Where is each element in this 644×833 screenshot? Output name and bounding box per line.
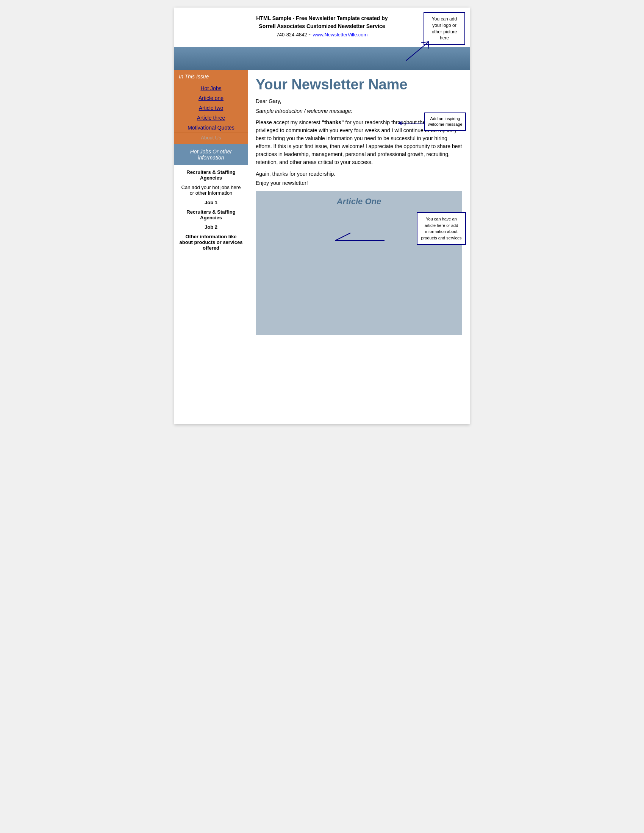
- sidebar-other-info: Other information like about products or…: [179, 234, 243, 251]
- main-layout: In This Issue Hot Jobs Article one Artic…: [174, 70, 470, 411]
- logo-arrow: [399, 40, 433, 66]
- welcome-box-text: Add an inspiring welcome message: [428, 116, 462, 127]
- sidebar-article-one-label: Article one: [198, 95, 224, 101]
- sidebar-recruiters2: Recruiters & Staffing Agencies: [179, 209, 243, 220]
- dear-greeting: Dear Gary,: [256, 98, 462, 104]
- sidebar-section-header-text: In This Issue: [179, 74, 209, 80]
- sidebar-job2-text: Job 2: [204, 224, 217, 230]
- sidebar-content: Recruiters & Staffing Agencies Can add y…: [174, 165, 248, 259]
- sidebar-motivational-label: Motivational Quotes: [188, 125, 235, 131]
- welcome-arrow: [396, 117, 426, 129]
- article-arrow: [332, 229, 407, 252]
- article-info-box-text: You can have an article here or add info…: [421, 217, 462, 240]
- newsletter-page: HTML Sample - Free Newsletter Template c…: [174, 8, 470, 424]
- newsletter-name: Your Newsletter Name: [256, 77, 462, 93]
- dear-text: Dear Gary,: [256, 98, 281, 104]
- header-phone-text: 740-824-4842 ~: [277, 32, 313, 37]
- sidebar-about-label: About Us: [201, 135, 221, 140]
- sidebar-hot-jobs-text: Hot Jobs Or other information: [179, 148, 243, 161]
- sidebar-article-two-label: Article two: [199, 105, 224, 111]
- sidebar-item-article-two[interactable]: Article two: [174, 103, 248, 113]
- sidebar-hot-jobs-desc-text: Can add your hot jobs here or other info…: [182, 185, 241, 196]
- logo-box-text: You can add your logo or other picture h…: [432, 16, 457, 40]
- article-info-box: You can have an article here or add info…: [417, 212, 466, 245]
- thanks-again: Again, thanks for your readership.: [256, 171, 462, 177]
- sidebar: In This Issue Hot Jobs Article one Artic…: [174, 70, 248, 411]
- sidebar-hot-jobs-label: Hot Jobs: [200, 85, 221, 91]
- svg-marker-4: [398, 121, 402, 125]
- sidebar-recruiters2-text: Recruiters & Staffing Agencies: [187, 209, 235, 220]
- article-one-section: Article One You can have an article here…: [256, 191, 462, 335]
- article-one-title-text: Article One: [337, 196, 381, 206]
- sidebar-hot-jobs-desc: Can add your hot jobs here or other info…: [179, 185, 243, 196]
- header-title-line1: HTML Sample - Free Newsletter Template c…: [256, 15, 388, 21]
- sidebar-item-article-one[interactable]: Article one: [174, 93, 248, 103]
- enjoy-text: Enjoy your newsletter!: [256, 180, 462, 186]
- sidebar-item-article-three[interactable]: Article three: [174, 113, 248, 123]
- enjoy-span: Enjoy your newsletter!: [256, 180, 308, 186]
- header-title: HTML Sample - Free Newsletter Template c…: [182, 14, 462, 30]
- sidebar-job1-text: Job 1: [204, 199, 217, 205]
- sidebar-item-hot-jobs[interactable]: Hot Jobs: [174, 83, 248, 93]
- sidebar-job2: Job 2: [179, 224, 243, 230]
- sidebar-recruiters1-text: Recruiters & Staffing Agencies: [187, 169, 235, 181]
- thanks-again-text: Again, thanks for your readership.: [256, 171, 335, 177]
- sidebar-recruiters1: Recruiters & Staffing Agencies: [179, 169, 243, 181]
- sidebar-job1: Job 1: [179, 199, 243, 205]
- svg-line-0: [406, 42, 429, 61]
- main-content: Add an inspiring welcome message Your Ne…: [248, 70, 470, 411]
- svg-line-2: [428, 42, 429, 49]
- intro-span: Sample introduction / welcome message:: [256, 108, 352, 114]
- sidebar-hot-jobs-section: Hot Jobs Or other information: [174, 144, 248, 165]
- body-text-start: Please accept my sincerest: [256, 119, 322, 125]
- svg-line-6: [335, 233, 350, 241]
- thanks-bold: "thanks": [322, 119, 344, 125]
- sidebar-item-motivational[interactable]: Motivational Quotes: [174, 123, 248, 133]
- newsletter-name-text: Your Newsletter Name: [256, 77, 407, 92]
- welcome-message-box: Add an inspiring welcome message: [424, 113, 466, 131]
- header-website-link[interactable]: www.NewsletterVille.com: [312, 32, 367, 37]
- header: HTML Sample - Free Newsletter Template c…: [174, 8, 470, 40]
- sidebar-about: About Us: [174, 133, 248, 142]
- sidebar-article-three-label: Article three: [197, 115, 225, 121]
- header-phone: 740-824-4842 ~ www.NewsletterVille.com: [182, 32, 462, 37]
- article-one-title: Article One: [262, 196, 456, 206]
- sidebar-section-header: In This Issue: [174, 70, 248, 83]
- header-title-line2: Sorrell Associates Customized Newsletter…: [259, 23, 385, 29]
- sidebar-other-info-text: Other information like about products or…: [180, 234, 243, 251]
- content-wrapper: Add an inspiring welcome message Your Ne…: [256, 77, 462, 186]
- sidebar-nav: In This Issue Hot Jobs Article one Artic…: [174, 70, 248, 144]
